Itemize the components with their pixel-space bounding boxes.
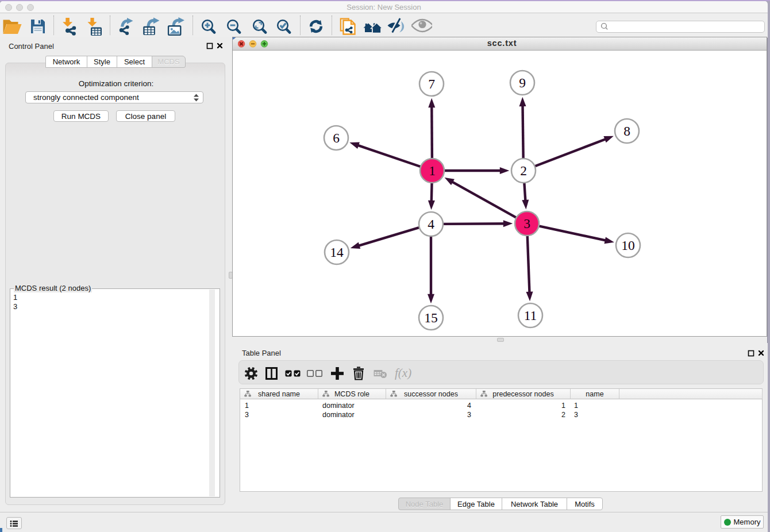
svg-text:9: 9 bbox=[519, 75, 526, 90]
svg-text:6: 6 bbox=[333, 130, 340, 145]
svg-text:11: 11 bbox=[524, 308, 537, 323]
svg-text:2: 2 bbox=[520, 163, 527, 178]
svg-text:8: 8 bbox=[623, 124, 630, 138]
svg-text:14: 14 bbox=[330, 245, 344, 260]
svg-text:10: 10 bbox=[621, 238, 635, 253]
svg-text:4: 4 bbox=[428, 217, 434, 232]
svg-text:3: 3 bbox=[523, 216, 530, 231]
svg-text:15: 15 bbox=[424, 310, 438, 325]
svg-text:7: 7 bbox=[428, 76, 435, 91]
svg-text:1: 1 bbox=[429, 163, 436, 178]
